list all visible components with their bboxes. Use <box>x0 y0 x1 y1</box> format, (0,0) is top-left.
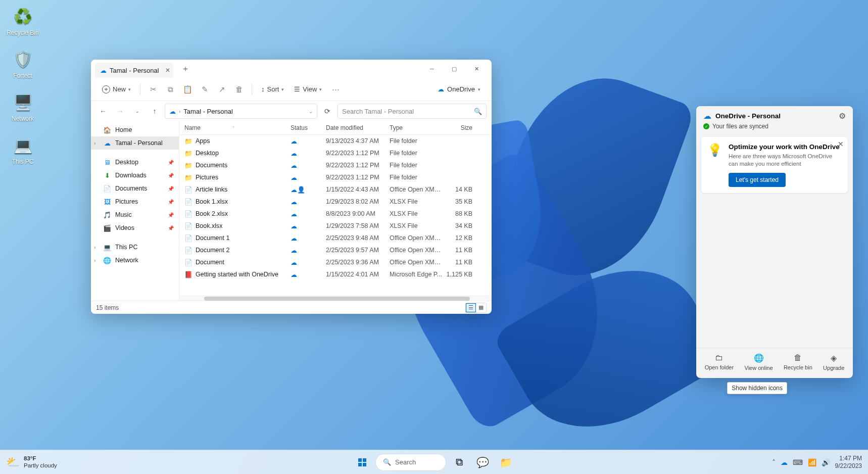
horizontal-scrollbar[interactable] <box>179 296 492 301</box>
file-row[interactable]: 📄Document☁2/25/2023 9:36 AMOffice Open X… <box>179 256 492 268</box>
back-button[interactable]: ← <box>96 104 110 118</box>
minimize-button[interactable]: ─ <box>421 61 443 76</box>
sidebar-item-this-pc[interactable]: ›💻This PC <box>91 241 179 254</box>
weather-widget[interactable]: ⛅ 83°F Partly cloudy <box>6 455 57 469</box>
sidebar-item-videos[interactable]: 🎬Videos📌 <box>91 221 179 234</box>
file-row[interactable]: 📕Getting started with OneDrive☁1/15/2022… <box>179 268 492 280</box>
file-date: 9/22/2023 1:12 PM <box>326 150 390 157</box>
recycle-bin-button[interactable]: 🗑Recycle bin <box>784 353 812 371</box>
expand-icon[interactable]: › <box>94 258 95 263</box>
open-folder-button[interactable]: 🗀Open folder <box>705 353 734 371</box>
file-explorer-button[interactable]: 📁 <box>496 452 516 472</box>
desktop-icon-fortect[interactable]: 🛡️ Fortect <box>5 48 40 79</box>
file-name: Documents <box>196 162 227 169</box>
sidebar-item-label: Downloads <box>115 172 147 179</box>
cut-button[interactable]: ✂ <box>146 82 161 97</box>
details-view-button[interactable]: ☰ <box>466 303 476 312</box>
desktop-icon-recycle-bin[interactable]: ♻️ Recycle Bin <box>5 5 40 36</box>
sidebar-item-onedrive[interactable]: ›☁Tamal - Personal <box>91 136 179 150</box>
sidebar-item-network[interactable]: ›🌐Network <box>91 254 179 267</box>
share-button[interactable]: ↗ <box>214 82 229 97</box>
new-button[interactable]: + New ▾ <box>98 83 135 96</box>
onedrive-header: ☁ OneDrive - Personal ⚙ ✓ Your files are… <box>696 106 853 133</box>
sidebar-item-music[interactable]: 🎵Music📌 <box>91 208 179 221</box>
chevron-down-icon: ▾ <box>281 87 284 92</box>
file-row[interactable]: 📄Book 2.xlsx☁8/8/2023 9:00 AMXLSX File88… <box>179 208 492 220</box>
card-close-button[interactable]: ✕ <box>838 140 844 148</box>
upgrade-button[interactable]: ◈Upgrade <box>823 353 844 371</box>
language-button[interactable]: ⌨ <box>793 458 803 466</box>
view-online-button[interactable]: 🌐View online <box>745 353 773 371</box>
file-date: 2/25/2023 9:57 AM <box>326 247 390 254</box>
tab-close-button[interactable]: ✕ <box>165 67 170 74</box>
volume-icon[interactable]: 🔊 <box>822 458 830 466</box>
close-button[interactable]: ✕ <box>465 61 488 76</box>
documents-icon: 📄 <box>103 184 111 193</box>
column-header-size[interactable]: Size <box>442 124 472 131</box>
up-button[interactable]: ↑ <box>148 104 162 118</box>
column-header-name[interactable]: Name ˄ <box>184 124 291 131</box>
breadcrumb[interactable]: Tamal - Personal <box>183 108 233 115</box>
desktop-icon-this-pc[interactable]: 💻 This PC <box>5 134 40 165</box>
search-input[interactable]: Search Tamal - Personal 🔍 <box>337 104 487 119</box>
column-header-type[interactable]: Type <box>390 124 442 131</box>
sidebar-item-pictures[interactable]: 🖼Pictures📌 <box>91 195 179 208</box>
start-button[interactable] <box>352 452 372 472</box>
onedrive-tray-icon[interactable]: ☁ <box>781 458 788 466</box>
column-header-date[interactable]: Date modified <box>326 124 390 131</box>
file-row[interactable]: 📄Document 2☁2/25/2023 9:57 AMOffice Open… <box>179 244 492 256</box>
file-row[interactable]: 📄Document 1☁2/25/2023 9:48 AMOffice Open… <box>179 232 492 244</box>
file-row[interactable]: 📁Pictures☁9/22/2023 1:12 PMFile folder <box>179 171 492 183</box>
sort-button[interactable]: ↕ Sort ▾ <box>257 83 288 96</box>
file-row[interactable]: 📁Apps☁9/13/2023 4:37 AMFile folder <box>179 135 492 147</box>
copy-button[interactable]: ⧉ <box>163 82 178 97</box>
maximize-button[interactable]: ▢ <box>443 61 465 76</box>
file-row[interactable]: 📁Documents☁9/22/2023 1:12 PMFile folder <box>179 159 492 171</box>
wifi-icon[interactable]: 📶 <box>808 458 816 466</box>
expand-icon[interactable]: › <box>94 245 95 250</box>
onedrive-title: OneDrive - Personal <box>715 112 781 120</box>
sidebar-item-documents[interactable]: 📄Documents📌 <box>91 182 179 195</box>
settings-button[interactable]: ⚙ <box>839 111 846 121</box>
sidebar-item-downloads[interactable]: ⬇Downloads📌 <box>91 169 179 182</box>
lets-get-started-button[interactable]: Let's get started <box>729 173 786 187</box>
onedrive-label: OneDrive <box>447 85 475 93</box>
recent-button[interactable]: ⌄ <box>130 104 144 118</box>
delete-button[interactable]: 🗑 <box>231 82 247 97</box>
chat-button[interactable]: 💬 <box>472 452 493 472</box>
desktop-icon-network[interactable]: 🖥️ Network <box>5 91 40 122</box>
address-bar[interactable]: ☁ › Tamal - Personal ⌄ <box>165 104 317 119</box>
paste-button[interactable]: 📋 <box>180 82 195 97</box>
view-toggle: ☰ ▦ <box>465 303 487 313</box>
refresh-button[interactable]: ⟳ <box>320 104 334 118</box>
rename-button[interactable]: ✎ <box>197 82 212 97</box>
file-row[interactable]: 📄Book 1.xlsx☁1/29/2023 8:02 AMXLSX File3… <box>179 196 492 208</box>
weather-temp: 83°F <box>24 455 57 462</box>
downloads-icon: ⬇ <box>103 171 111 179</box>
file-type: Office Open XML ... <box>390 247 442 254</box>
file-row[interactable]: 📄Book.xlsx☁1/29/2023 7:58 AMXLSX File34 … <box>179 220 492 232</box>
file-type: Office Open XML ... <box>390 259 442 266</box>
file-row[interactable]: 📁Desktop☁9/22/2023 1:12 PMFile folder <box>179 147 492 159</box>
task-view-button[interactable]: ⧉ <box>449 452 469 472</box>
pin-icon: 📌 <box>168 173 174 178</box>
forward-button[interactable]: → <box>113 104 127 118</box>
sidebar-item-label: This PC <box>115 244 137 251</box>
view-button[interactable]: ☰ View ▾ <box>290 83 326 96</box>
taskbar-search[interactable]: 🔍Search <box>375 454 446 471</box>
new-tab-button[interactable]: ＋ <box>177 62 194 76</box>
sidebar-item-home[interactable]: 🏠Home <box>91 123 179 136</box>
sidebar-item-desktop[interactable]: 🖥Desktop📌 <box>91 156 179 169</box>
chevron-down-icon[interactable]: ⌄ <box>309 109 313 114</box>
expand-icon[interactable]: › <box>94 140 95 146</box>
chevron-down-icon: ▾ <box>128 87 131 92</box>
clock[interactable]: 1:47 PM 9/22/2023 <box>835 455 862 470</box>
more-button[interactable]: ⋯ <box>328 82 343 97</box>
onedrive-status-button[interactable]: ☁ OneDrive ▾ <box>433 83 485 95</box>
column-header-status[interactable]: Status <box>291 124 326 131</box>
file-date: 9/13/2023 4:37 AM <box>326 137 390 145</box>
file-row[interactable]: 📄Article links☁👤1/15/2022 4:43 AMOffice … <box>179 183 492 196</box>
thumbnails-view-button[interactable]: ▦ <box>476 303 486 312</box>
window-tab[interactable]: ☁ Tamal - Personal ✕ <box>95 63 173 78</box>
tray-overflow-button[interactable]: ˄ <box>772 458 776 466</box>
